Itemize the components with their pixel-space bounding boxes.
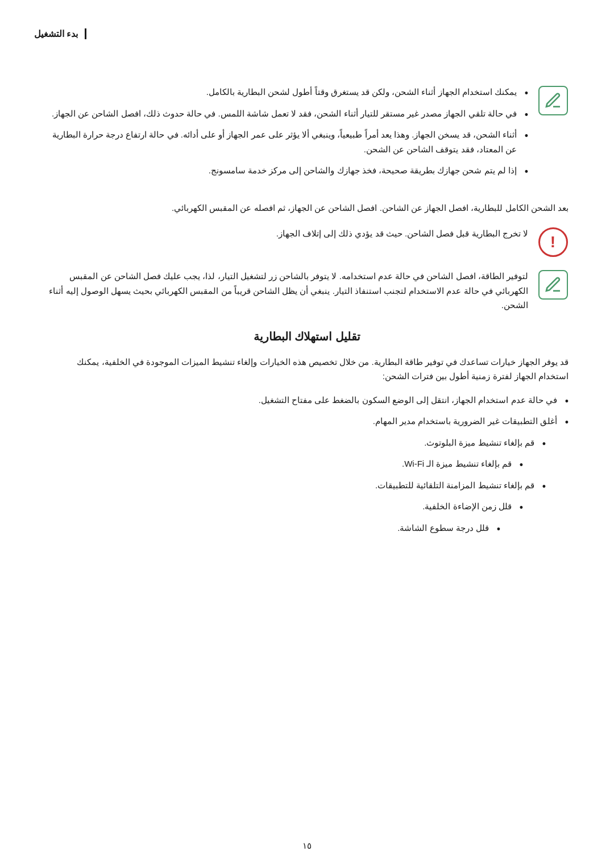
note-text: لتوفير الطاقة، افصل الشاحن في حالة عدم ا… bbox=[45, 269, 528, 313]
note-icon-2 bbox=[538, 270, 568, 300]
bullet-item: قلل زمن الإضاءة الخلفية. bbox=[45, 499, 523, 514]
bullet-item: في حالة تلقي الجهاز مصدر غير مستقر للتيا… bbox=[45, 106, 528, 121]
pencil-icon-container-2 bbox=[537, 269, 569, 300]
content-section: يمكنك استخدام الجهاز أثناء الشحن، ولكن ق… bbox=[34, 56, 580, 558]
bullet-item: أثناء الشحن، قد يسخن الجهاز. وهذا يعد أم… bbox=[45, 127, 528, 156]
page-number: ١٥ bbox=[302, 841, 312, 851]
paragraph-1: بعد الشحن الكامل للبطارية، افصل الجهاز ع… bbox=[45, 201, 569, 215]
page-container: بدء التشغيل يمكنك استخدام الجهاز أثناء ا… bbox=[0, 0, 614, 868]
pencil-svg bbox=[544, 92, 562, 110]
header-title: بدء التشغيل bbox=[34, 28, 86, 39]
bullets-section1: يمكنك استخدام الجهاز أثناء الشحن، ولكن ق… bbox=[45, 85, 528, 189]
bullet-item: أغلق التطبيقات غير الضرورية باستخدام مدي… bbox=[45, 414, 569, 429]
pencil-icon-container bbox=[537, 85, 569, 116]
bullet-item: يمكنك استخدام الجهاز أثناء الشحن، ولكن ق… bbox=[45, 85, 528, 99]
bullet-item: قم بإلغاء تنشيط ميزة البلوتوث. bbox=[45, 435, 546, 450]
bullet-item: في حالة عدم استخدام الجهاز، انتقل إلى ال… bbox=[45, 393, 569, 408]
bullet-item: قم بإلغاء تنشيط ميزة الـ Wi-Fi. bbox=[45, 456, 523, 471]
bullet-list-1: يمكنك استخدام الجهاز أثناء الشحن، ولكن ق… bbox=[45, 85, 528, 178]
warning-block: ! لا تخرج البطارية قبل فصل الشاحن. حيث ق… bbox=[45, 226, 569, 258]
bullet-item: قم بإلغاء تنشيط المزامنة التلقائية للتطب… bbox=[45, 478, 546, 493]
note-icon bbox=[538, 86, 568, 115]
bullet-item: إذا لم يتم شحن جهازك بطريقة صحيحة، فخذ ج… bbox=[45, 163, 528, 178]
pencil-svg-2 bbox=[544, 276, 562, 294]
warning-text: لا تخرج البطارية قبل فصل الشاحن. حيث قد … bbox=[45, 226, 528, 241]
bullet-list-2: في حالة عدم استخدام الجهاز، انتقل إلى ال… bbox=[45, 393, 569, 535]
warning-icon: ! bbox=[538, 227, 568, 257]
header-section: بدء التشغيل bbox=[34, 23, 580, 56]
power-note-block: لتوفير الطاقة، افصل الشاحن في حالة عدم ا… bbox=[45, 269, 569, 313]
section-heading: تقليل استهلاك البطارية bbox=[45, 330, 569, 343]
bullet-item: قلل درجة سطوع الشاشة. bbox=[45, 521, 500, 535]
section-intro: قد يوفر الجهاز خيارات تساعدك في توفير طا… bbox=[45, 355, 569, 384]
warning-icon-container: ! bbox=[537, 226, 569, 258]
charging-note-block: يمكنك استخدام الجهاز أثناء الشحن، ولكن ق… bbox=[45, 85, 569, 189]
